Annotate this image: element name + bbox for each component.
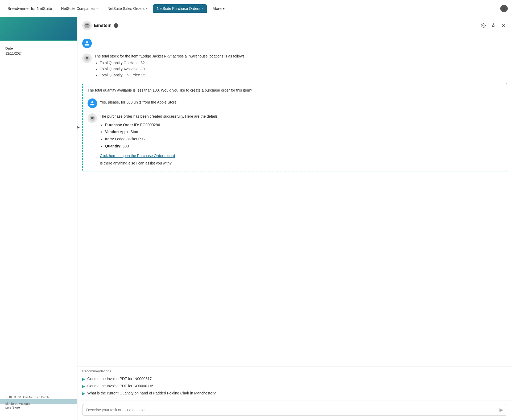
left-panel: Date 12/11/2024 1, 10:53 PM. This NetSui… — [0, 17, 77, 420]
user-reply-text: Yes, please, for 500 units from the Appl… — [100, 100, 176, 104]
nav-brand[interactable]: Breadwinner for NetSuite — [4, 6, 55, 11]
salesforce-account-label: alesforce Account — [5, 402, 31, 406]
einstein-question-message: The total quantity available is less tha… — [88, 88, 502, 93]
svg-point-11 — [93, 118, 93, 118]
po-item-label: Item: — [105, 137, 114, 141]
send-icon: ▶ — [499, 407, 503, 413]
po-item-value: Lodge Jacket R-S — [115, 137, 144, 141]
svg-point-1 — [86, 25, 87, 26]
chat-input-area: ▶ — [77, 401, 512, 420]
info-icon: i — [503, 6, 505, 10]
einstein-panel: Einstein i — [77, 17, 512, 420]
bullet-item: Total Quantity Available: 80 — [100, 66, 246, 72]
user-avatar-reply — [88, 98, 97, 108]
svg-point-10 — [91, 118, 92, 118]
info-icon: i — [116, 24, 117, 27]
user-avatar — [82, 39, 92, 48]
einstein-header: Einstein i — [77, 17, 512, 34]
svg-point-2 — [87, 25, 88, 26]
einstein-message-1-content: The total stock for the item "Lodge Jack… — [94, 53, 246, 79]
einstein-question-content: The total quantity available is less tha… — [88, 88, 306, 93]
nav-item-companies[interactable]: NetSuite Companies ▾ — [57, 4, 102, 13]
einstein-avatar-po — [88, 113, 97, 123]
einstein-msg1-bullets: Total Quantity On Hand: 82 Total Quantit… — [100, 60, 246, 78]
einstein-po-message: The purchase order has been created succ… — [88, 113, 502, 167]
main-content: Date 12/11/2024 1, 10:53 PM. This NetSui… — [0, 17, 512, 420]
recommendation-item-2[interactable]: ▶ Get me the Invoice PDF for SO0000115 — [82, 382, 507, 390]
po-details-content: The purchase order has been created succ… — [100, 113, 218, 167]
nav-more-label: More — [213, 6, 222, 11]
chevron-down-icon: ▾ — [146, 7, 147, 10]
salesforce-account-value: pple Store — [5, 406, 31, 409]
recommendation-item-3[interactable]: ▶ What is the current Quantity on hand o… — [82, 390, 507, 397]
chat-input-wrapper: ▶ — [82, 404, 507, 416]
chevron-down-icon: ▾ — [223, 6, 225, 11]
rec-text-2: Get me the Invoice PDF for SO0000115 — [87, 384, 153, 388]
rec-text-3: What is the current Quantity on hand of … — [87, 391, 216, 395]
chat-messages[interactable]: The total stock for the item "Lodge Jack… — [77, 34, 512, 366]
nav-label-purchase-orders: NetSuite Purchase Orders — [157, 6, 200, 11]
nav-more-button[interactable]: More ▾ — [209, 4, 229, 13]
chat-input[interactable] — [86, 408, 499, 412]
einstein-avatar — [82, 21, 92, 30]
rec-arrow-icon: ▶ — [82, 377, 85, 381]
nav-label-companies: NetSuite Companies — [61, 6, 95, 11]
po-qty-value: 500 — [122, 144, 129, 148]
chevron-down-icon: ▾ — [201, 7, 203, 10]
pin-icon[interactable] — [490, 22, 497, 29]
po-followup-text: Is there anything else I can assist you … — [100, 161, 172, 165]
recommendations-section: Recommendations ▶ Get me the Invoice PDF… — [77, 366, 512, 401]
einstein-message-1: The total stock for the item "Lodge Jack… — [82, 53, 507, 79]
po-vendor-label: Vendor: — [105, 130, 119, 134]
truncated-text: 1, 10:53 PM. This NetSuite Purch — [5, 396, 72, 399]
po-bullet-id: Purchase Order ID: PO0000296 — [105, 121, 218, 129]
nav-info-button[interactable]: i — [500, 5, 508, 12]
user-reply-message: Yes, please, for 500 units from the Appl… — [88, 98, 502, 108]
po-bullet-item: Item: Lodge Jacket R-S — [105, 135, 218, 143]
po-record-link[interactable]: Click here to open the Purchase Order re… — [100, 154, 175, 158]
einstein-header-actions — [480, 22, 507, 29]
user-reply-content: Yes, please, for 500 units from the Appl… — [100, 98, 176, 104]
rec-arrow-icon: ▶ — [82, 384, 85, 388]
svg-point-7 — [86, 58, 87, 59]
partial-user-message — [82, 39, 507, 48]
recommendation-item-1[interactable]: ▶ Get me the Invoice PDF for IN0000817 — [82, 375, 507, 382]
einstein-avatar-msg — [82, 53, 92, 63]
left-panel-header — [0, 17, 77, 41]
po-bullet-qty: Quantity: 500 — [105, 143, 218, 150]
nav-item-purchase-orders[interactable]: NetSuite Purchase Orders ▾ — [153, 4, 207, 13]
po-vendor-value: Apple Store — [120, 130, 139, 134]
einstein-title: Einstein — [94, 23, 112, 28]
einstein-info-button[interactable]: i — [114, 23, 118, 28]
side-arrow-icon: ▶ — [77, 125, 80, 129]
highlight-box: ▶ The total quantity available is less t… — [82, 83, 507, 171]
send-button[interactable]: ▶ — [499, 407, 503, 413]
po-id-label: Purchase Order ID: — [105, 123, 139, 127]
rec-text-1: Get me the Invoice PDF for IN0000817 — [87, 377, 152, 381]
nav-label-sales-orders: NetSuite Sales Orders — [108, 6, 144, 11]
po-bullet-vendor: Vendor: Apple Store — [105, 128, 218, 135]
date-value: 12/11/2024 — [5, 51, 72, 55]
einstein-msg1-text: The total stock for the item "Lodge Jack… — [94, 54, 246, 58]
navbar: Breadwinner for NetSuite NetSuite Compan… — [0, 0, 512, 17]
recommendations-title: Recommendations — [82, 369, 507, 373]
einstein-question-text: The total quantity available is less tha… — [88, 88, 252, 92]
close-icon[interactable] — [500, 22, 507, 29]
nav-item-sales-orders[interactable]: NetSuite Sales Orders ▾ — [104, 4, 151, 13]
po-id-value: PO0000296 — [140, 123, 160, 127]
chevron-down-icon: ▾ — [96, 7, 98, 10]
bullet-item: Total Quantity On Hand: 82 — [100, 60, 246, 66]
rec-arrow-icon: ▶ — [82, 391, 85, 396]
svg-point-8 — [87, 58, 88, 59]
svg-point-3 — [483, 25, 484, 26]
bullet-item: Total Quantity On Order: 25 — [100, 72, 246, 78]
date-label: Date — [5, 46, 72, 50]
po-qty-label: Quantity: — [105, 144, 121, 148]
po-intro-text: The purchase order has been created succ… — [100, 113, 218, 120]
settings-icon[interactable] — [480, 22, 487, 29]
